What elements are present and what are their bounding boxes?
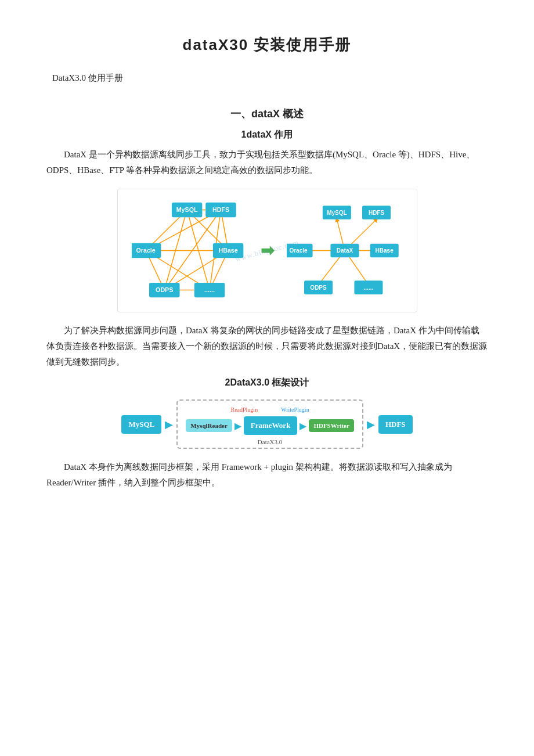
svg-text:HBase: HBase (218, 247, 237, 254)
writer-node: HDFSWriter (309, 419, 354, 432)
fw-arrow-1: ▶ (165, 418, 173, 431)
subsection2-title: 2DataX3.0 框架设计 (46, 377, 488, 389)
svg-text:HDFS: HDFS (368, 210, 384, 216)
fw-arrow-4: ▶ (367, 418, 375, 431)
subsection1-title: 1dataX 作用 (46, 129, 488, 141)
arrow-icon: ➡ (261, 241, 274, 260)
write-plugin-label: WritePlugin (281, 406, 309, 413)
hdfs-node: HDFS (378, 415, 413, 434)
paragraph-2: 为了解决异构数据源同步问题，DataX 将复杂的网状的同步链路变成了星型数据链路… (46, 323, 488, 370)
diagram2-container: MySQL ▶ ReadPlugin WritePlugin MysqlRead… (46, 399, 488, 449)
diagram1-container: www.bingdoc.com MySQL HDFS (46, 189, 488, 312)
svg-text:ODPS: ODPS (156, 286, 173, 293)
fw-inner-row: MysqlReader ▶ FrameWork ▶ HDFSWriter (186, 416, 354, 435)
reader-node: MysqlReader (186, 419, 232, 432)
svg-text:Oracle: Oracle (136, 247, 155, 254)
fw-arrow-2: ▶ (234, 420, 241, 431)
datax-label: DataX3.0 (258, 438, 282, 445)
main-title: dataX30 安装使用手册 (46, 35, 488, 55)
fw-arrow-3: ▶ (300, 420, 306, 431)
svg-text:......: ...... (363, 285, 373, 291)
diagram1: www.bingdoc.com MySQL HDFS (117, 189, 417, 312)
svg-text:MySQL: MySQL (176, 206, 197, 213)
paragraph-1: DataX 是一个异构数据源离线同步工具，致力于实现包括关系型数据库(MySQL… (46, 147, 488, 178)
subtitle: DataX3.0 使用手册 (52, 73, 488, 84)
star-diagram: MySQL HDFS Oracle DataX HBase ODPS .....… (287, 200, 403, 301)
framework-node: FrameWork (244, 416, 298, 435)
section1-title: 一、dataX 概述 (46, 107, 488, 121)
mysql-node: MySQL (121, 415, 161, 434)
read-plugin-label: ReadPlugin (230, 406, 258, 413)
svg-text:ODPS: ODPS (310, 285, 327, 291)
svg-text:HDFS: HDFS (212, 206, 229, 213)
svg-text:......: ...... (204, 286, 215, 293)
paragraph-3: DataX 本身作为离线数据同步框架，采用 Framework + plugin… (46, 459, 488, 491)
svg-line-7 (164, 210, 221, 290)
svg-text:HBase: HBase (375, 247, 394, 254)
mesh-diagram: MySQL HDFS Oracle HBase ODPS ...... (132, 200, 248, 301)
svg-text:MySQL: MySQL (327, 210, 347, 216)
framework-dashed-box: ReadPlugin WritePlugin MysqlReader ▶ Fra… (176, 399, 363, 449)
svg-text:Oracle: Oracle (289, 247, 308, 254)
svg-text:DataX: DataX (336, 247, 353, 254)
